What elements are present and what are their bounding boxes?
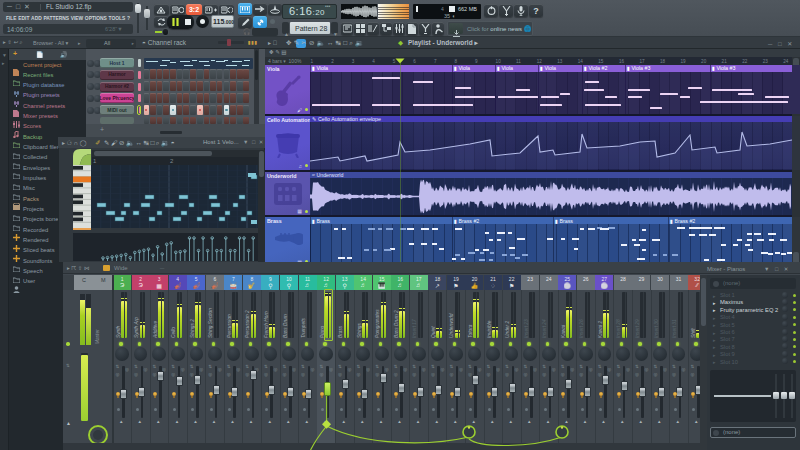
svg-text:19: 19 <box>681 59 687 64</box>
svg-text:7: 7 <box>434 59 437 64</box>
svg-text:22: 22 <box>742 59 748 64</box>
svg-text:4: 4 <box>372 59 375 64</box>
svg-text:13: 13 <box>557 59 563 64</box>
svg-text:8: 8 <box>454 59 457 64</box>
svg-text:11: 11 <box>516 59 521 64</box>
svg-text:17: 17 <box>639 59 645 64</box>
svg-text:5: 5 <box>393 59 396 64</box>
svg-text:10: 10 <box>496 59 502 64</box>
svg-text:3: 3 <box>352 59 355 64</box>
svg-text:16: 16 <box>619 59 625 64</box>
svg-text:2: 2 <box>331 59 334 64</box>
svg-text:20: 20 <box>701 59 707 64</box>
svg-text:1: 1 <box>311 59 314 64</box>
svg-text:14: 14 <box>578 59 584 64</box>
svg-text:12: 12 <box>537 59 543 64</box>
svg-text:23: 23 <box>763 59 769 64</box>
svg-text:6: 6 <box>413 59 416 64</box>
svg-text:9: 9 <box>475 59 478 64</box>
svg-text:18: 18 <box>660 59 666 64</box>
svg-text:24: 24 <box>783 59 789 64</box>
svg-text:21: 21 <box>722 59 728 64</box>
svg-text:15: 15 <box>598 59 604 64</box>
